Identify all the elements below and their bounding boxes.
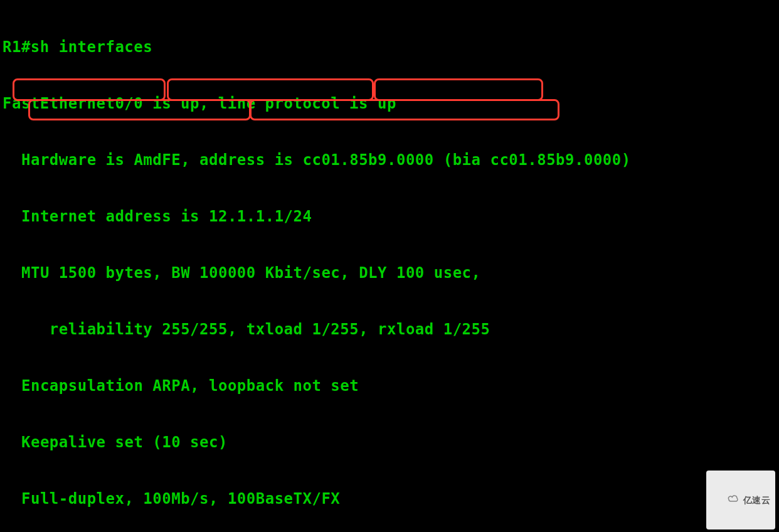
output-line-reliability-load: reliability 255/255, txload 1/255, rxloa…: [19, 320, 779, 339]
output-line-mtu-bw-dly: MTU 1500 bytes, BW 100000 Kbit/sec, DLY …: [19, 263, 779, 282]
output-line: FastEthernet0/0 is up, line protocol is …: [0, 94, 779, 113]
watermark-text: 亿速云: [743, 491, 771, 509]
cloud-icon: [710, 472, 739, 528]
terminal-output: R1#sh interfaces FastEthernet0/0 is up, …: [0, 0, 779, 532]
output-line: Full-duplex, 100Mb/s, 100BaseTX/FX: [19, 489, 779, 508]
cmd-prompt-line: R1#sh interfaces: [0, 38, 779, 56]
watermark-badge: 亿速云: [706, 471, 775, 529]
output-line: Hardware is AmdFE, address is cc01.85b9.…: [19, 151, 779, 169]
output-line: Keepalive set (10 sec): [19, 433, 779, 452]
output-line: Internet address is 12.1.1.1/24: [19, 207, 779, 226]
output-line: Encapsulation ARPA, loopback not set: [19, 376, 779, 395]
